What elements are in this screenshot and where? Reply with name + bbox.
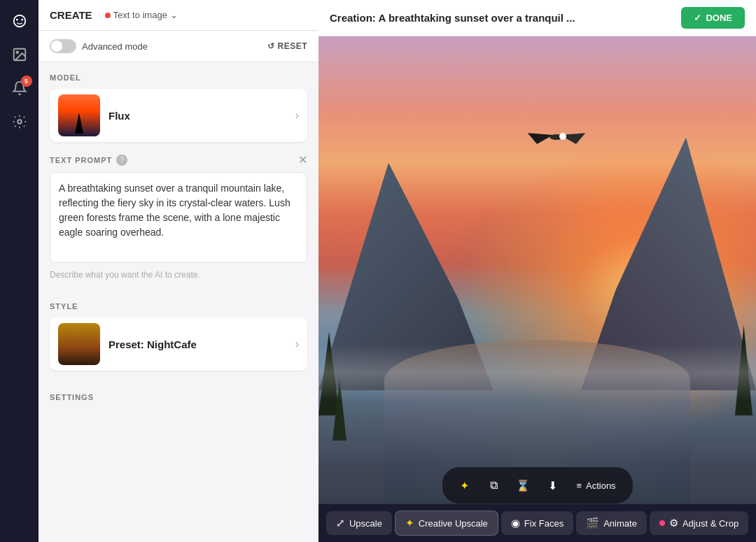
actions-button[interactable]: ≡ Actions [569,476,622,495]
download-button[interactable]: ⬇ [540,473,565,498]
prompt-label-wrap: TEXT PROMPT ? [50,155,127,166]
image-container: ✦ ⧉ ⌛ ⬇ ≡ Actions ⤢ Upscale ✦ [318,36,756,542]
mist [318,345,756,401]
text-prompt-title: TEXT PROMPT [50,156,112,164]
sparkle-button[interactable]: ✦ [451,473,477,498]
nav-icon-image[interactable] [6,41,34,69]
sidebar: CREATE Text to image ⌄ Advanced mode ↺ R… [38,0,318,542]
creation-title: Creation: A breathtaking sunset over a t… [330,12,575,24]
svg-point-5 [18,120,22,124]
copy-icon: ⧉ [490,479,498,492]
upscale-icon: ⤢ [336,517,345,529]
download-icon: ⬇ [548,479,557,492]
main-header: Creation: A breathtaking sunset over a t… [318,0,756,36]
eagle-head [559,133,566,140]
image-toolbar: ✦ ⧉ ⌛ ⬇ ≡ Actions [442,467,632,504]
nav-icon-brain[interactable] [6,7,34,35]
done-check-icon: ✓ [694,13,701,23]
creative-upscale-icon: ✦ [405,517,414,529]
style-section: STYLE Preset: NightCafe › [38,291,318,382]
left-navigation: 5 [0,0,38,542]
advanced-mode-label: Advanced mode [82,41,148,52]
bottom-action-bar: ⤢ Upscale ✦ Creative Upscale ◉ Fix Faces… [318,504,756,542]
prompt-header: TEXT PROMPT ? ✕ [50,153,307,166]
style-name: Preset: NightCafe [108,338,287,350]
main-content: Creation: A breathtaking sunset over a t… [318,0,756,542]
model-card[interactable]: Flux › [50,89,307,142]
mode-chevron-icon: ⌄ [170,10,178,20]
creative-upscale-button[interactable]: ✦ Creative Upscale [395,511,498,536]
svg-point-1 [15,19,18,21]
settings-section: SETTINGS [38,382,318,420]
sidebar-header: CREATE Text to image ⌄ [38,0,318,31]
model-name: Flux [108,110,287,122]
model-chevron-icon: › [295,109,299,122]
upscale-button[interactable]: ⤢ Upscale [326,511,392,535]
model-section-title: MODEL [50,73,307,82]
sidebar-controls: Advanced mode ↺ RESET [38,31,318,62]
reset-icon: ↺ [267,41,275,51]
help-icon[interactable]: ? [116,155,127,166]
settings-title: SETTINGS [50,393,307,401]
mode-selector[interactable]: Text to image ⌄ [99,7,183,23]
animate-button[interactable]: 🎬 Animate [576,511,647,535]
pink-dot-icon [659,520,665,526]
sparkle-icon: ✦ [460,479,469,492]
done-button[interactable]: ✓ DONE [681,7,745,29]
adjust-crop-icon: ⚙ [669,517,678,529]
prompt-hint: Describe what you want the AI to create. [50,270,307,280]
animate-icon: 🎬 [586,517,599,529]
prompt-close-icon[interactable]: ✕ [298,153,307,166]
svg-point-2 [21,19,23,21]
eagle [528,127,584,155]
svg-point-0 [13,15,25,27]
adjust-crop-button[interactable]: ⚙ Adjust & Crop [650,511,748,535]
text-prompt-section: TEXT PROMPT ? ✕ A breathtaking sunset ov… [38,153,318,291]
fix-faces-button[interactable]: ◉ Fix Faces [501,511,573,535]
fix-faces-icon: ◉ [511,517,520,529]
model-section: MODEL Flux › [38,62,318,153]
style-thumbnail [58,323,100,365]
nav-icon-notification[interactable]: 5 [6,74,34,102]
prompt-textarea[interactable]: A breathtaking sunset over a tranquil mo… [50,172,307,263]
svg-point-4 [16,51,18,53]
copy-button[interactable]: ⧉ [481,473,506,498]
notification-badge: 5 [21,76,32,87]
model-thumbnail [58,94,100,136]
menu-icon: ≡ [576,480,582,491]
nav-icon-settings[interactable] [6,108,34,136]
mode-label: Text to image [113,10,167,20]
style-section-title: STYLE [50,302,307,311]
advanced-mode-toggle-wrap: Advanced mode [50,39,148,53]
generated-image [318,36,756,542]
style-chevron-icon: › [295,338,299,350]
mode-dot [105,13,111,18]
style-card[interactable]: Preset: NightCafe › [50,318,307,371]
advanced-mode-toggle[interactable] [50,39,76,53]
timer-icon: ⌛ [516,479,530,492]
create-label: CREATE [50,9,92,21]
timer-button[interactable]: ⌛ [510,473,536,498]
reset-button[interactable]: ↺ RESET [267,41,307,51]
